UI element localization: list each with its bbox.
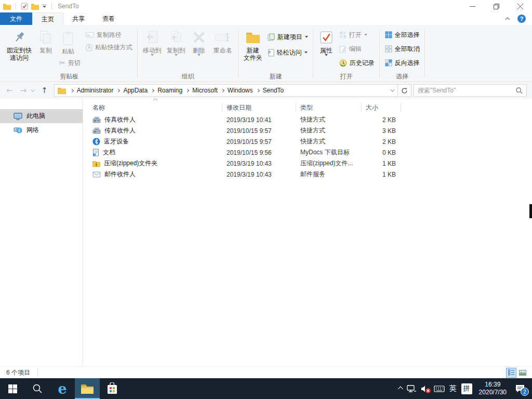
column-header-size[interactable]: 大小 xyxy=(362,103,401,112)
dropdown-caret-icon xyxy=(151,54,154,56)
ribbon: 固定到快 速访问 复制 粘贴 ✂ xyxy=(0,25,532,82)
button-label: 复制到 xyxy=(167,47,185,54)
history-button[interactable]: 历史记录 xyxy=(337,57,377,69)
network-tray-icon[interactable] xyxy=(406,384,416,393)
sidebar-item-this-pc[interactable]: 此电脑 xyxy=(0,109,83,123)
svg-text:w..: w.. xyxy=(86,33,91,37)
properties-icon xyxy=(320,28,333,47)
address-box[interactable]: Administrator AppData Roaming Microsoft … xyxy=(54,84,398,97)
help-icon[interactable]: ? xyxy=(517,15,526,23)
breadcrumb-item[interactable]: Administrator xyxy=(77,87,114,94)
collapse-ribbon-icon[interactable] xyxy=(505,17,510,20)
copy-to-icon xyxy=(169,28,183,47)
edge-button[interactable]: e xyxy=(50,378,75,399)
button-label: 删除 xyxy=(193,47,205,54)
rename-button[interactable]: 重命名 xyxy=(210,27,235,55)
file-row[interactable]: 传真收件人 2019/3/19 10:41 快捷方式 2 KB xyxy=(83,114,532,125)
ribbon-group-select: 全部选择 全部取消 反向选择 选择 xyxy=(380,25,425,82)
ime-indicator[interactable]: 拼 xyxy=(461,383,472,394)
select-none-button[interactable]: 全部取消 xyxy=(383,43,422,55)
taskbar-search-button[interactable] xyxy=(25,378,50,399)
breadcrumb-item[interactable]: Roaming xyxy=(157,87,182,94)
file-row[interactable]: 压缩(zipped)文件夹 2019/3/19 10:43 压缩(zipped)… xyxy=(83,158,532,169)
breadcrumb-sep-icon xyxy=(116,88,120,92)
status-bar: 6 个项目 xyxy=(0,366,532,378)
select-all-button[interactable]: 全部选择 xyxy=(383,29,422,41)
tab-share[interactable]: 共享 xyxy=(63,12,94,25)
divider xyxy=(16,3,16,10)
details-view-button[interactable] xyxy=(506,368,516,378)
refresh-button[interactable] xyxy=(398,84,411,97)
tab-file[interactable]: 文件 xyxy=(0,12,32,25)
invert-selection-button[interactable]: 反向选择 xyxy=(383,57,422,69)
forward-icon[interactable]: → xyxy=(17,86,30,95)
breadcrumb-item[interactable]: Windows xyxy=(228,87,253,94)
open-button[interactable]: 打开 xyxy=(337,29,377,41)
column-header-date[interactable]: 修改日期 xyxy=(222,103,296,112)
file-row[interactable]: 文档 2019/10/15 9:56 MyDocs 下载目标 0 KB xyxy=(83,147,532,158)
history-icon xyxy=(339,59,347,67)
button-label: 新建项目 xyxy=(277,33,302,42)
file-row[interactable]: 蓝牙设备 2019/10/15 9:57 快捷方式 2 KB xyxy=(83,136,532,147)
qat-new-folder-icon[interactable] xyxy=(31,3,39,10)
start-button[interactable] xyxy=(0,378,25,399)
tab-view[interactable]: 查看 xyxy=(94,12,124,25)
copy-to-button[interactable]: 复制到 xyxy=(165,27,188,57)
address-dropdown-icon[interactable] xyxy=(390,87,394,91)
clock[interactable]: 16:39 2020/7/30 xyxy=(477,381,509,396)
new-item-button[interactable]: 新建项目 xyxy=(265,31,310,43)
easy-access-button[interactable]: 轻松访问 xyxy=(265,47,310,58)
paste-shortcut-button[interactable]: 粘贴快捷方式 xyxy=(84,42,135,53)
column-header-name[interactable]: 名称 xyxy=(83,103,222,112)
edit-button[interactable]: 编辑 xyxy=(337,43,377,55)
back-icon[interactable]: ← xyxy=(3,86,16,95)
language-indicator[interactable]: 英 xyxy=(449,384,457,393)
paste-button[interactable]: 粘贴 xyxy=(57,28,79,56)
recent-locations-icon[interactable] xyxy=(31,87,35,91)
breadcrumb-item[interactable]: SendTo xyxy=(263,87,284,94)
tray-expand-icon[interactable] xyxy=(398,386,403,391)
store-button[interactable] xyxy=(100,378,125,399)
file-explorer-button[interactable] xyxy=(75,378,100,399)
file-name: 传真收件人 xyxy=(104,115,136,124)
file-row[interactable]: 邮件收件人 2019/3/19 10:43 邮件服务 1 KB xyxy=(83,169,532,180)
breadcrumb-item[interactable]: Microsoft xyxy=(192,87,218,94)
file-name: 文档 xyxy=(103,148,115,157)
sidebar-item-network[interactable]: 网络 xyxy=(0,123,83,137)
touch-keyboard-icon[interactable] xyxy=(434,385,445,393)
close-button[interactable] xyxy=(508,0,532,12)
move-to-button[interactable]: 移动到 xyxy=(141,27,164,57)
search-input[interactable] xyxy=(418,87,516,94)
file-type: 压缩(zipped)文件... xyxy=(296,159,362,168)
new-item-icon xyxy=(268,33,275,41)
up-icon[interactable]: ↑ xyxy=(38,86,51,95)
button-label: 复制 xyxy=(39,47,52,54)
qat-properties-icon[interactable] xyxy=(21,3,28,10)
breadcrumb-item[interactable]: AppData xyxy=(123,87,148,94)
search-icon[interactable] xyxy=(516,87,523,94)
copy-path-button[interactable]: w.. 复制路径 xyxy=(84,29,135,41)
button-label: 属性 xyxy=(320,47,332,54)
cut-button[interactable]: ✂ 剪切 xyxy=(57,57,83,69)
this-pc-icon xyxy=(14,113,22,120)
explorer-window: SendTo 文件 主页 共享 查看 ? xyxy=(0,0,532,399)
new-folder-button[interactable]: 新建 文件夹 xyxy=(242,27,264,62)
pin-to-quick-access-button[interactable]: 固定到快 速访问 xyxy=(4,27,34,62)
search-box[interactable] xyxy=(414,84,527,97)
column-header-type[interactable]: 类型 xyxy=(296,103,362,112)
properties-button[interactable]: 属性 xyxy=(316,27,336,57)
navigation-pane: 此电脑 网络 xyxy=(0,99,83,366)
file-date: 2019/10/15 9:57 xyxy=(222,127,296,135)
action-center-button[interactable]: 2 xyxy=(513,382,527,395)
delete-button[interactable]: 删除 xyxy=(189,27,209,57)
qat-customize-icon[interactable] xyxy=(42,4,47,8)
fax-icon xyxy=(92,127,101,135)
volume-muted-icon[interactable] xyxy=(421,385,429,393)
restore-button[interactable] xyxy=(484,0,508,12)
file-row[interactable]: 传真收件人 2019/10/15 9:57 快捷方式 3 KB xyxy=(83,125,532,136)
large-icons-view-button[interactable] xyxy=(517,368,528,378)
dropdown-caret-icon xyxy=(305,36,308,38)
tab-home[interactable]: 主页 xyxy=(32,12,63,25)
minimize-button[interactable] xyxy=(460,0,484,12)
copy-button[interactable]: 复制 xyxy=(35,27,56,55)
